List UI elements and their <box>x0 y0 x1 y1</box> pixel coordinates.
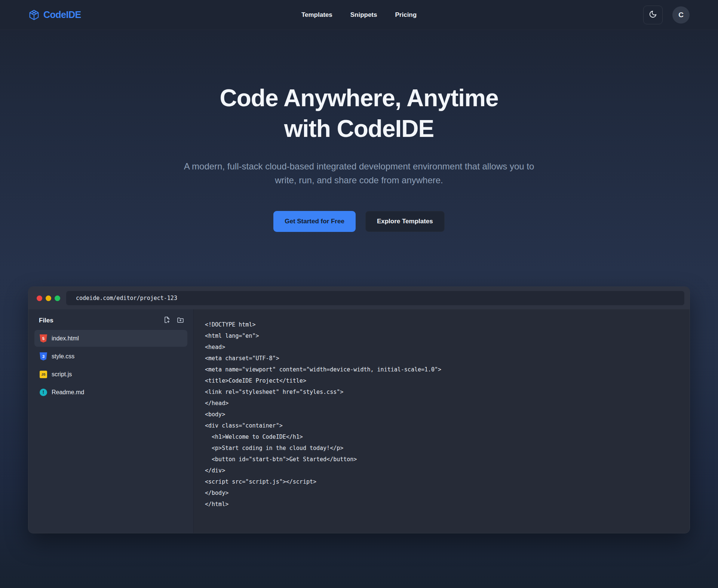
sidebar-actions <box>163 316 184 325</box>
file-name: index.html <box>52 335 79 342</box>
nav-right: C <box>643 6 690 24</box>
get-started-button[interactable]: Get Started for Free <box>273 211 356 232</box>
new-file-button[interactable] <box>163 316 171 325</box>
minimize-window-icon[interactable] <box>46 295 51 301</box>
file-name: Readme.md <box>52 389 84 396</box>
file-name: script.js <box>52 371 72 378</box>
file-item-readme-md[interactable]: ! Readme.md <box>34 384 187 401</box>
window-title-bar: codeide.com/editor/project-123 <box>28 287 690 309</box>
code-line: <meta name="viewport" content="width=dev… <box>205 364 678 375</box>
hero-subtitle: A modern, full-stack cloud-based integra… <box>176 159 542 187</box>
url-bar[interactable]: codeide.com/editor/project-123 <box>66 291 684 305</box>
nav-item-templates[interactable]: Templates <box>301 11 332 19</box>
code-line: <link rel="stylesheet" href="styles.css"… <box>205 386 678 398</box>
cta-row: Get Started for Free Explore Templates <box>0 211 718 232</box>
code-line: </head> <box>205 398 678 409</box>
nav-item-pricing[interactable]: Pricing <box>395 11 417 19</box>
code-line: </div> <box>205 465 678 476</box>
close-window-icon[interactable] <box>37 295 42 301</box>
brand-name: CodeIDE <box>43 9 81 20</box>
code-line: </html> <box>205 499 678 510</box>
file-list: 5 index.html 3 style.css JS script.js ! … <box>34 330 187 401</box>
code-line: </body> <box>205 487 678 499</box>
code-line: <button id="start-btn">Get Started</butt… <box>205 454 678 465</box>
new-file-icon <box>163 316 171 325</box>
code-line: <head> <box>205 342 678 353</box>
hero-section: Code Anywhere, Anytime with CodeIDE A mo… <box>0 30 718 232</box>
avatar-letter: C <box>678 11 684 19</box>
new-folder-button[interactable] <box>177 316 184 325</box>
theme-toggle-button[interactable] <box>643 6 663 24</box>
logo-cube-icon <box>28 9 40 21</box>
file-item-script-js[interactable]: JS script.js <box>34 366 187 383</box>
nav-links: Templates Snippets Pricing <box>301 11 417 19</box>
window-body: Files <box>28 309 690 533</box>
traffic-lights <box>37 295 60 301</box>
code-line: <script src="script.js"></script> <box>205 476 678 487</box>
editor-window: codeide.com/editor/project-123 Files <box>28 287 690 533</box>
hero-title-line2: with CodeIDE <box>0 114 718 144</box>
url-text: codeide.com/editor/project-123 <box>76 295 177 301</box>
sidebar-header: Files <box>34 315 187 325</box>
explore-templates-button[interactable]: Explore Templates <box>365 211 445 232</box>
code-line: <!DOCTYPE html> <box>205 319 678 330</box>
html-file-icon: 5 <box>40 334 47 343</box>
brand[interactable]: CodeIDE <box>28 9 81 21</box>
code-line: <h1>Welcome to CodeIDE</h1> <box>205 431 678 442</box>
maximize-window-icon[interactable] <box>55 295 60 301</box>
file-name: style.css <box>52 353 74 360</box>
code-line: <html lang="en"> <box>205 330 678 342</box>
moon-icon <box>649 10 657 19</box>
code-line: <title>CodeIDE Project</title> <box>205 375 678 386</box>
css-file-icon: 3 <box>40 352 47 361</box>
hero-title: Code Anywhere, Anytime with CodeIDE <box>0 83 718 144</box>
markdown-file-icon: ! <box>40 389 47 396</box>
code-line: <p>Start coding in the cloud today!</p> <box>205 442 678 454</box>
code-line: <div class="container"> <box>205 420 678 431</box>
code-line: <meta charset="UTF-8"> <box>205 353 678 364</box>
file-item-index-html[interactable]: 5 index.html <box>34 330 187 347</box>
files-header: Files <box>39 317 53 324</box>
hero-title-line1: Code Anywhere, Anytime <box>0 83 718 114</box>
navbar: CodeIDE Templates Snippets Pricing C <box>0 0 718 30</box>
file-sidebar: Files <box>28 309 194 533</box>
js-file-icon: JS <box>40 371 47 378</box>
new-folder-icon <box>177 316 184 325</box>
code-editor[interactable]: <!DOCTYPE html> <html lang="en"> <head> … <box>194 309 690 533</box>
file-item-style-css[interactable]: 3 style.css <box>34 348 187 365</box>
code-line: <body> <box>205 409 678 420</box>
avatar[interactable]: C <box>672 6 690 24</box>
nav-item-snippets[interactable]: Snippets <box>350 11 377 19</box>
